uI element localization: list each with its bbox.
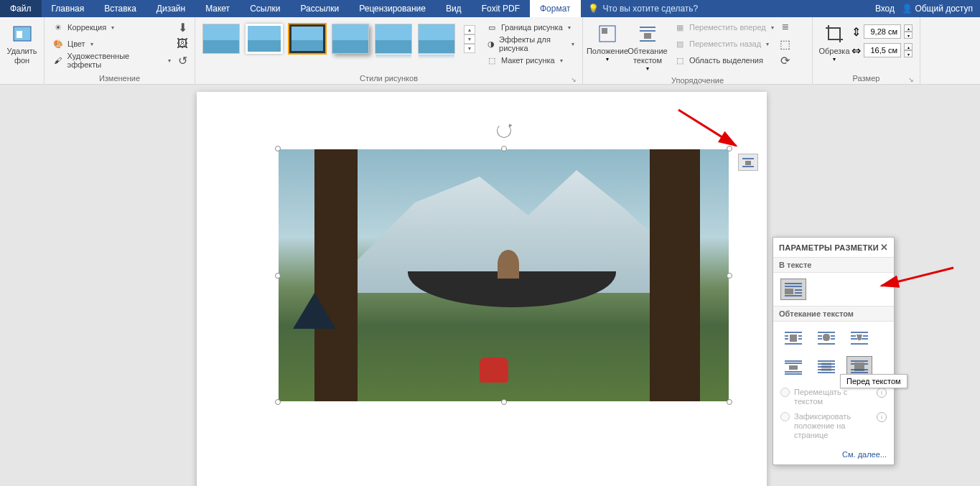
handle-l[interactable] bbox=[275, 273, 281, 279]
height-down[interactable]: ▾ bbox=[904, 32, 913, 39]
handle-bl[interactable] bbox=[275, 399, 281, 405]
remove-background-button[interactable]: Удалить фон bbox=[4, 19, 39, 68]
tab-format[interactable]: Формат bbox=[530, 0, 581, 17]
wrap-inline-button[interactable] bbox=[780, 279, 806, 300]
change-pic-icon: 🖼 bbox=[177, 37, 188, 50]
remove-bg-icon bbox=[11, 22, 34, 45]
rotate-icon: ⟳ bbox=[780, 54, 790, 67]
tab-home[interactable]: Главная bbox=[42, 0, 95, 17]
width-icon: ⇔ bbox=[851, 44, 861, 57]
pic-effects-icon: ◑ bbox=[486, 38, 495, 50]
compress-icon: ⬇ bbox=[178, 21, 187, 34]
person-icon: 👤 bbox=[902, 4, 913, 14]
size-launcher[interactable]: ↘ bbox=[908, 76, 914, 83]
send-backward-button[interactable]: ▧ Переместить назад▾ bbox=[671, 36, 778, 52]
group-label-styles: Стили рисунков↘ bbox=[200, 73, 578, 85]
gallery-up-button[interactable]: ▴ bbox=[464, 25, 475, 34]
style-thumb-3[interactable] bbox=[289, 24, 326, 54]
selected-image[interactable] bbox=[279, 149, 729, 401]
wrap-behind-button[interactable] bbox=[813, 356, 839, 378]
artistic-effects-button[interactable]: 🖌 Художественные эффекты▾ bbox=[49, 52, 174, 68]
login-button[interactable]: Вход bbox=[875, 4, 895, 14]
reset-picture-button[interactable]: ↺ bbox=[174, 52, 190, 68]
style-thumb-4[interactable] bbox=[332, 24, 369, 54]
tell-me-search[interactable]: 💡 bbox=[581, 4, 725, 14]
border-icon: ▭ bbox=[486, 22, 498, 33]
gallery-down-button[interactable]: ▾ bbox=[464, 34, 475, 44]
search-input[interactable] bbox=[603, 4, 718, 14]
position-icon bbox=[596, 22, 619, 45]
position-button[interactable]: Положение▾ bbox=[587, 19, 627, 65]
effects-icon: 🖌 bbox=[52, 55, 64, 66]
tab-mailings[interactable]: Рассылки bbox=[290, 0, 349, 17]
wrap-square-button[interactable] bbox=[780, 327, 806, 349]
gallery-more-button[interactable]: ▾ bbox=[464, 44, 475, 53]
rotate-handle[interactable] bbox=[497, 123, 511, 138]
share-button[interactable]: 👤 Общий доступ bbox=[902, 4, 973, 14]
rotate-button[interactable]: ⟳ bbox=[778, 52, 793, 68]
selection-pane-button[interactable]: ⬚ Область выделения bbox=[671, 52, 778, 68]
see-more-link[interactable]: См. далее... bbox=[773, 444, 894, 464]
tab-layout[interactable]: Макет bbox=[195, 0, 240, 17]
svg-rect-18 bbox=[790, 335, 797, 342]
color-button[interactable]: 🎨 Цвет▾ bbox=[49, 36, 174, 52]
style-thumb-6[interactable] bbox=[418, 24, 455, 54]
style-thumb-2[interactable] bbox=[246, 24, 283, 54]
bring-forward-button[interactable]: ▦ Переместить вперед▾ bbox=[671, 19, 778, 35]
palette-icon: 🎨 bbox=[52, 38, 64, 50]
svg-rect-9 bbox=[745, 161, 751, 165]
handle-tr[interactable] bbox=[727, 146, 732, 151]
lightbulb-icon: 💡 bbox=[588, 4, 599, 14]
info-icon[interactable]: i bbox=[877, 388, 887, 398]
height-input[interactable] bbox=[864, 24, 901, 39]
style-thumb-5[interactable] bbox=[375, 24, 412, 54]
layout-options-flyout-button[interactable] bbox=[738, 154, 758, 171]
wrap-through-button[interactable] bbox=[846, 327, 872, 349]
tab-view[interactable]: Вид bbox=[436, 0, 472, 17]
picture-effects-button[interactable]: ◑ Эффекты для рисунка▾ bbox=[482, 36, 578, 52]
info-icon[interactable]: i bbox=[877, 412, 887, 422]
width-down[interactable]: ▾ bbox=[904, 50, 913, 57]
section-wrap: Обтекание текстом bbox=[773, 306, 894, 322]
gallery-scroll: ▴ ▾ ▾ bbox=[464, 25, 475, 53]
tab-insert[interactable]: Вставка bbox=[94, 0, 146, 17]
bring-fwd-icon: ▦ bbox=[674, 22, 686, 33]
close-icon[interactable]: ✕ bbox=[880, 242, 888, 253]
compress-picture-button[interactable]: ⬇ bbox=[174, 19, 190, 35]
tab-foxit[interactable]: Foxit PDF bbox=[472, 0, 530, 17]
height-up[interactable]: ▴ bbox=[904, 24, 913, 32]
corrections-button[interactable]: ☀ Коррекция▾ bbox=[49, 19, 174, 35]
tab-review[interactable]: Рецензирование bbox=[349, 0, 436, 17]
group-objects-button[interactable]: ⬚ bbox=[778, 36, 793, 52]
align-button[interactable]: ≡ bbox=[778, 19, 793, 35]
width-input[interactable] bbox=[864, 43, 901, 57]
styles-launcher[interactable]: ↘ bbox=[571, 76, 577, 83]
page[interactable] bbox=[197, 92, 767, 486]
handle-b[interactable] bbox=[501, 399, 507, 405]
picture-styles-gallery[interactable]: ▴ ▾ ▾ bbox=[200, 19, 478, 58]
width-up[interactable]: ▴ bbox=[904, 43, 913, 50]
change-picture-button[interactable]: 🖼 bbox=[174, 36, 190, 52]
svg-rect-3 bbox=[602, 28, 607, 34]
crop-icon bbox=[823, 22, 846, 45]
wrap-tight-button[interactable] bbox=[813, 327, 839, 349]
svg-rect-13 bbox=[785, 289, 793, 294]
tab-file[interactable]: Файл bbox=[0, 0, 42, 17]
tab-references[interactable]: Ссылки bbox=[240, 0, 290, 17]
wrap-text-button[interactable]: Обтекание текстом▾ bbox=[627, 19, 668, 75]
tab-design[interactable]: Дизайн bbox=[146, 0, 195, 17]
handle-tl[interactable] bbox=[275, 146, 281, 151]
wrap-topbottom-button[interactable] bbox=[780, 356, 806, 378]
crop-button[interactable]: Обрезка▾ bbox=[817, 19, 851, 65]
brightness-icon: ☀ bbox=[52, 22, 64, 33]
handle-br[interactable] bbox=[727, 399, 732, 405]
panel-title: ПАРАМЕТРЫ РАЗМЕТКИ bbox=[779, 243, 879, 252]
handle-r[interactable] bbox=[727, 273, 732, 279]
svg-rect-6 bbox=[644, 33, 651, 39]
handle-t[interactable] bbox=[501, 146, 507, 151]
tooltip-infront: Перед текстом bbox=[840, 374, 907, 388]
picture-layout-button[interactable]: ⬚ Макет рисунка▾ bbox=[482, 52, 578, 68]
align-icon: ≡ bbox=[782, 21, 788, 34]
picture-border-button[interactable]: ▭ Граница рисунка▾ bbox=[482, 19, 578, 35]
style-thumb-1[interactable] bbox=[202, 24, 240, 54]
